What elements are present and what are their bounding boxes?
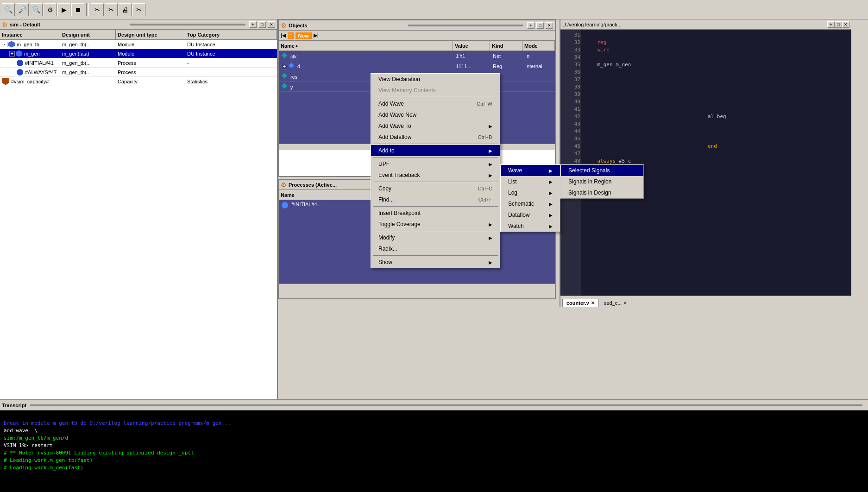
obj-mode-cell bbox=[522, 86, 555, 88]
proc-hscroll[interactable] bbox=[279, 284, 555, 290]
step-btn[interactable]: ⚙ bbox=[44, 3, 57, 16]
zoom-fit-btn[interactable]: 🔍 bbox=[30, 3, 43, 16]
table-row[interactable]: #INITIAL#41 m_gen_tb(... Process - bbox=[0, 58, 277, 68]
obj-mode-cell bbox=[522, 76, 555, 77]
obj-name-cell: clk bbox=[279, 52, 453, 60]
obj-mode-cell: Internal bbox=[522, 63, 555, 70]
menu-upf[interactable]: UPF ▶ bbox=[371, 158, 500, 170]
menu-view-memory[interactable]: View Memory Contents bbox=[371, 85, 500, 96]
stop-btn[interactable]: ⏹ bbox=[71, 3, 84, 16]
table-row[interactable]: #ALWAYS#47 m_gen_tb(... Process - bbox=[0, 68, 277, 77]
submenu-addto-dataflow-label: Dataflow bbox=[508, 212, 530, 218]
design-type-cell: Module bbox=[116, 41, 185, 48]
menu-add-wave-new[interactable]: Add Wave New bbox=[371, 109, 500, 120]
sim-close-btn[interactable]: ✕ bbox=[268, 21, 275, 28]
objects-pin-btn[interactable]: + bbox=[527, 22, 535, 29]
menu-view-declaration[interactable]: View Declaration bbox=[371, 74, 500, 85]
col-instance: Instance bbox=[0, 30, 60, 39]
submenu-wave-selected[interactable]: Selected Signals bbox=[561, 165, 643, 176]
menu-radix-label: Radix... bbox=[378, 246, 397, 252]
arrow-add-to: ▶ bbox=[489, 148, 492, 153]
code-pin-btn[interactable]: + bbox=[827, 21, 835, 28]
obj-col-value: Value bbox=[453, 41, 490, 50]
tab-sed-close[interactable]: ✕ bbox=[623, 301, 627, 305]
cut-btn[interactable]: ✂ bbox=[91, 3, 104, 16]
obj-col-headers: Name ▲ Value Kind Mode bbox=[279, 41, 555, 51]
design-unit-cell: m_gen_tb(... bbox=[60, 60, 116, 66]
cut2-btn[interactable]: ✂ bbox=[105, 3, 118, 16]
submenu-addto-schematic[interactable]: Schematic ▶ bbox=[501, 198, 560, 209]
submenu-wave-design[interactable]: Signals in Design bbox=[561, 187, 643, 198]
zoom-out-btn[interactable]: 🔎 bbox=[16, 3, 29, 16]
menu-modify[interactable]: Modify ▶ bbox=[371, 232, 500, 243]
sim-float-btn[interactable]: □ bbox=[258, 21, 266, 28]
sim-title: sim - Default bbox=[10, 22, 126, 27]
top-cat-cell: DU Instance bbox=[185, 41, 277, 48]
delete-btn[interactable]: ✂ bbox=[132, 3, 145, 16]
run-btn[interactable]: ▶ bbox=[57, 3, 70, 16]
submenu-addto-log[interactable]: Log ▶ bbox=[501, 187, 560, 198]
context-menu: View Declaration View Memory Contents Ad… bbox=[371, 73, 500, 268]
submenu-addto-list-label: List bbox=[508, 178, 517, 185]
table-row[interactable]: + m_gen m_gen(fast) Module DU Instance bbox=[0, 49, 277, 58]
menu-toggle-coverage[interactable]: Toggle Coverage ▶ bbox=[371, 219, 500, 230]
tab-sed-label: sed_c... bbox=[604, 300, 622, 306]
shortcut-find: Ctrl+F bbox=[478, 197, 492, 202]
instance-cell: #INITIAL#41 bbox=[0, 59, 60, 67]
code-close-btn[interactable]: ✕ bbox=[842, 21, 849, 28]
objects-float-btn[interactable]: □ bbox=[536, 22, 544, 29]
tab-sed[interactable]: sed_c... ✕ bbox=[600, 299, 632, 307]
nav-start-btn[interactable]: |◀ bbox=[281, 32, 286, 38]
sim-pin-btn[interactable]: + bbox=[249, 21, 257, 28]
table-row[interactable]: clk 1'h1 Net In bbox=[279, 51, 555, 61]
col-design-type: Design unit type bbox=[116, 30, 185, 39]
code-float-btn[interactable]: □ bbox=[835, 21, 842, 28]
arrow-dataflow: ▶ bbox=[549, 213, 553, 218]
menu-insert-breakpoint[interactable]: Insert Breakpoint bbox=[371, 208, 500, 219]
design-type-cell: Process bbox=[116, 69, 185, 76]
col-design-unit: Design unit bbox=[60, 30, 116, 39]
menu-add-dataflow[interactable]: Add Dataflow Ctrl+D bbox=[371, 132, 500, 143]
expand-btn[interactable]: + bbox=[9, 51, 15, 57]
table-row[interactable]: + d 1111... Reg Internal bbox=[279, 61, 555, 71]
submenu-addto-watch[interactable]: Watch ▶ bbox=[501, 221, 560, 232]
menu-modify-label: Modify bbox=[378, 234, 395, 241]
menu-copy-label: Copy bbox=[378, 185, 391, 192]
menu-insert-breakpoint-label: Insert Breakpoint bbox=[378, 210, 421, 216]
submenu-addto-list[interactable]: List ▶ bbox=[501, 176, 560, 187]
objects-close-btn[interactable]: ✕ bbox=[546, 22, 553, 29]
top-cat-cell: - bbox=[185, 60, 277, 66]
menu-radix[interactable]: Radix... bbox=[371, 243, 500, 254]
arrow-show: ▶ bbox=[489, 260, 492, 265]
menu-add-to[interactable]: Add to ▶ bbox=[371, 145, 500, 156]
expand-btn[interactable]: - bbox=[2, 42, 7, 47]
menu-view-declaration-label: View Declaration bbox=[378, 76, 420, 82]
arrow-modify: ▶ bbox=[489, 235, 492, 240]
tab-counter-close[interactable]: ✕ bbox=[591, 301, 595, 305]
submenu-wave-region[interactable]: Signals in Region bbox=[561, 176, 643, 187]
submenu-addto-dataflow[interactable]: Dataflow ▶ bbox=[501, 209, 560, 221]
table-row[interactable]: #vsim_capacity# Capacity Statistics bbox=[0, 77, 277, 86]
menu-event-traceback[interactable]: Event Traceback ▶ bbox=[371, 170, 500, 181]
table-row[interactable]: - m_gen_tb m_gen_tb(... Module DU Instan… bbox=[0, 40, 277, 49]
menu-add-wave[interactable]: Add Wave Ctrl+W bbox=[371, 98, 500, 109]
expand-btn[interactable]: + bbox=[282, 64, 287, 69]
submenu-wave-design-label: Signals in Design bbox=[568, 189, 611, 196]
menu-find[interactable]: Find... Ctrl+F bbox=[371, 194, 500, 205]
process-icon bbox=[17, 60, 23, 66]
submenu-addto-wave[interactable]: Wave ▶ bbox=[501, 165, 560, 176]
nav-right-btn[interactable]: ▶| bbox=[314, 32, 319, 38]
separator-7 bbox=[373, 255, 498, 256]
menu-copy[interactable]: Copy Ctrl+C bbox=[371, 183, 500, 194]
menu-show[interactable]: Show ▶ bbox=[371, 257, 500, 268]
separator-5 bbox=[373, 206, 498, 207]
obj-mode-cell: In bbox=[522, 52, 555, 60]
nav-left-btn[interactable]: □ bbox=[288, 32, 294, 39]
separator-2 bbox=[373, 144, 498, 144]
zoom-in-btn[interactable]: 🔍 bbox=[2, 3, 15, 16]
print-btn[interactable]: 🖨 bbox=[119, 3, 132, 16]
instance-cell: + m_gen bbox=[0, 50, 60, 57]
tab-counter[interactable]: counter.v ✕ bbox=[562, 299, 599, 307]
menu-add-wave-to[interactable]: Add Wave To ▶ bbox=[371, 120, 500, 132]
obj-value-cell: 1111... bbox=[453, 63, 490, 70]
